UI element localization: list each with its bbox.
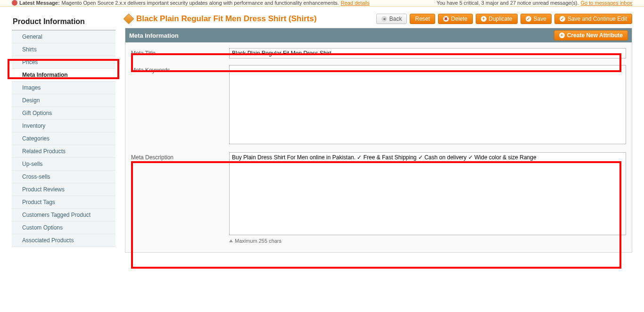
meta-keywords-input[interactable] [229, 65, 626, 144]
save-continue-button[interactable]: ✓ Save and Continue Edit [554, 14, 632, 24]
sidebar-item-images[interactable]: Images [12, 82, 116, 94]
content-area: Black Plain Regular Fit Men Dress Shirt … [125, 14, 632, 262]
check-icon: ✓ [560, 16, 565, 22]
helper-label: Maximum 255 chars [235, 238, 281, 244]
meta-information-section: Meta Information + Create New Attribute … [125, 28, 632, 253]
reset-button-label: Reset [415, 16, 429, 22]
create-new-attribute-label: Create New Attribute [567, 32, 623, 39]
sidebar-title: Product Information [12, 14, 116, 31]
sidebar-item-shirts[interactable]: Shirts [12, 43, 116, 56]
messages-summary: You have 5 critical, 3 major and 27 noti… [437, 0, 579, 6]
save-button[interactable]: ✓ Save [520, 14, 552, 24]
sidebar-item-meta-information[interactable]: Meta Information [12, 69, 116, 82]
meta-keywords-row: Meta Keywords [131, 65, 626, 146]
meta-title-label: Meta Title [131, 48, 229, 57]
meta-title-input[interactable] [229, 48, 626, 58]
action-buttons: ◄ Back Reset ✖ Delete + Duplicate ✓ Save [376, 14, 632, 24]
latest-message-text: Magento Open Source 2.x.x delivers impor… [62, 0, 339, 6]
sidebar-item-general[interactable]: General [12, 31, 116, 43]
helper-text: Maximum 255 chars [229, 238, 626, 244]
section-title: Meta Information [129, 32, 179, 39]
save-button-label: Save [534, 16, 546, 22]
sidebar-item-cross-sells[interactable]: Cross-sells [12, 171, 116, 183]
sidebar-item-categories[interactable]: Categories [12, 132, 116, 145]
sidebar-item-product-tags[interactable]: Product Tags [12, 196, 116, 209]
reset-button[interactable]: Reset [410, 14, 435, 24]
meta-keywords-label: Meta Keywords [131, 65, 229, 74]
sidebar-item-prices[interactable]: Prices [12, 56, 116, 69]
messages-inbox-link[interactable]: Go to messages inbox [581, 0, 632, 6]
back-button-label: Back [389, 16, 402, 22]
sidebar-item-gift-options[interactable]: Gift Options [12, 107, 116, 120]
duplicate-button-label: Duplicate [489, 16, 512, 22]
meta-title-row: Meta Title [131, 48, 626, 58]
sidebar-item-customers-tagged-product[interactable]: Customers Tagged Product [12, 209, 116, 222]
page-title: Black Plain Regular Fit Men Dress Shirt … [136, 14, 317, 24]
sidebar-item-custom-options[interactable]: Custom Options [12, 222, 116, 234]
product-cube-icon [124, 14, 134, 25]
delete-button-label: Delete [451, 16, 468, 22]
read-details-link[interactable]: Read details [341, 0, 370, 6]
sidebar-list: General Shirts Prices Meta Information I… [12, 31, 116, 247]
sidebar: Product Information General Shirts Price… [12, 14, 116, 262]
sidebar-item-up-sells[interactable]: Up-sells [12, 158, 116, 171]
meta-description-label: Meta Description [131, 152, 229, 161]
create-new-attribute-button[interactable]: + Create New Attribute [554, 30, 628, 41]
latest-message-label: Latest Message: [19, 0, 60, 6]
warning-icon [12, 0, 17, 6]
meta-description-input[interactable]: Buy Plain Dress Shirt For Men online in … [229, 152, 626, 235]
sidebar-item-design[interactable]: Design [12, 94, 116, 107]
back-button[interactable]: ◄ Back [376, 14, 407, 24]
back-icon: ◄ [381, 16, 387, 22]
triangle-up-icon [229, 239, 233, 242]
plus-icon: + [481, 16, 487, 22]
duplicate-button[interactable]: + Duplicate [476, 14, 518, 24]
meta-description-row: Meta Description Buy Plain Dress Shirt F… [131, 152, 626, 244]
sidebar-item-inventory[interactable]: Inventory [12, 120, 116, 132]
check-icon: ✓ [526, 16, 531, 22]
delete-icon: ✖ [443, 16, 449, 22]
sidebar-item-product-reviews[interactable]: Product Reviews [12, 183, 116, 196]
delete-button[interactable]: ✖ Delete [438, 14, 473, 24]
notification-bar: Latest Message: Magento Open Source 2.x.… [0, 0, 644, 7]
plus-icon: + [559, 33, 565, 38]
sidebar-item-associated-products[interactable]: Associated Products [12, 234, 116, 247]
save-continue-button-label: Save and Continue Edit [568, 16, 627, 22]
sidebar-item-related-products[interactable]: Related Products [12, 145, 116, 158]
